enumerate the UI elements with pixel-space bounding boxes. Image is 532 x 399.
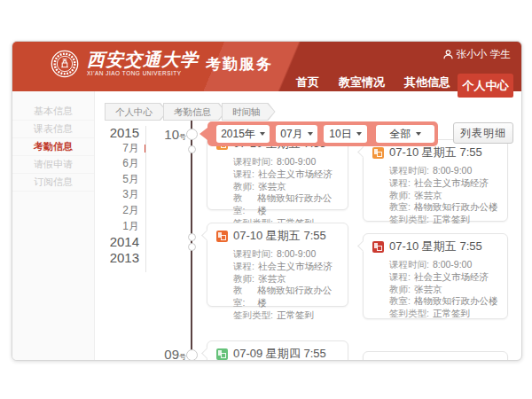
timeline-nav-item[interactable]: 5月 — [86, 172, 139, 188]
card-field: 教师: 张芸京 — [233, 273, 339, 286]
card-field: 签到类型: 正常签到 — [389, 308, 498, 320]
page: 西安交通大学 XI'AN JIAO TONG UNIVERSITY 考勤服务 张… — [0, 0, 532, 399]
card-field: 课程: 社会主义市场经济 — [233, 261, 339, 273]
list-detail-button[interactable]: 列表明细 — [453, 122, 513, 144]
timeline-nav-item[interactable]: 2013 — [86, 250, 139, 266]
card-header: 07-10 星期五 7:55 — [372, 239, 498, 254]
filter-dropdown[interactable]: 全部 — [376, 125, 434, 143]
filter-dropdown[interactable]: 2015年 — [216, 125, 270, 143]
signin-status-icon — [216, 348, 228, 360]
university-emblem-icon — [51, 50, 79, 78]
field-label: 教室: — [389, 201, 411, 214]
chevron-down-icon — [308, 132, 313, 136]
field-value: 张芸京 — [258, 181, 286, 193]
field-value: 社会主义市场经济 — [258, 261, 332, 273]
timeline-node — [188, 233, 196, 241]
field-label: 签到类型: — [233, 309, 273, 322]
sidebar-item[interactable]: 请假申请 — [12, 156, 94, 174]
card-field: 课程: 社会主义市场经济 — [233, 168, 339, 181]
brand: 西安交通大学 XI'AN JIAO TONG UNIVERSITY 考勤服务 — [51, 50, 273, 78]
nav-tab-personal-center[interactable]: 个人中心 — [458, 74, 513, 98]
chevron-down-icon — [416, 132, 421, 136]
card-fields: 课程时间: 8:00-9:00 课程: 社会主义市场经济 教师: 张 — [372, 259, 498, 320]
sidebar-item[interactable]: 基本信息 — [12, 103, 94, 121]
dropdown-value: 2015年 — [221, 127, 255, 142]
breadcrumb-chip: 个人中心 — [105, 103, 168, 121]
field-label: 课程时间: — [389, 259, 429, 271]
breadcrumb-label[interactable]: 考勤信息 — [164, 104, 225, 120]
field-value: 正常签到 — [433, 308, 470, 320]
card-field: 课程时间: 8:00-9:00 — [233, 156, 339, 168]
sidebar-item[interactable]: 考勤信息 — [12, 138, 94, 156]
signin-status-icon — [372, 241, 384, 253]
breadcrumb-label[interactable]: 个人中心 — [106, 104, 167, 120]
university-name-cn: 西安交通大学 — [87, 51, 199, 68]
chevron-down-icon — [260, 132, 265, 136]
card-field: 教室: 格物致知行政办公楼 — [233, 285, 339, 309]
app-window: 西安交通大学 XI'AN JIAO TONG UNIVERSITY 考勤服务 张… — [12, 41, 522, 361]
user-info[interactable]: 张小小 学生 — [443, 48, 512, 61]
field-value: 张芸京 — [258, 273, 286, 286]
card-pointer — [201, 230, 213, 241]
card-fields: 课程时间: 8:00-9:00 课程: 社会主义市场经济 教师: 张 — [216, 248, 339, 322]
card-field: 课程: 社会主义市场经济 — [389, 177, 498, 190]
card-pointer — [201, 348, 213, 359]
field-label: 教室: — [233, 192, 254, 217]
sidebar-item[interactable]: 课表信息 — [12, 121, 94, 138]
timeline-nav-item[interactable]: 3月 — [86, 187, 139, 203]
university-name-en: XI'AN JIAO TONG UNIVERSITY — [87, 71, 199, 76]
field-value: 8:00-9:00 — [277, 248, 316, 261]
card-field: 教室: 格物致知行政办公楼 — [389, 201, 498, 214]
card-pointer — [357, 146, 369, 158]
main-nav: 首页 教室情况 其他信息 — [296, 74, 450, 91]
card-fields: 课程时间: 8:00-9:00 课程: 社会主义市场经济 教师: 张 — [372, 165, 498, 226]
timeline-nav-item[interactable]: 6月 — [86, 156, 139, 172]
field-label: 教师: — [389, 190, 411, 202]
field-value: 8:00-9:00 — [433, 259, 472, 271]
field-label: 教室: — [233, 285, 254, 309]
filter-dropdowns: 2015年 07月 10日 全部 — [210, 125, 434, 143]
card-pointer — [357, 240, 369, 252]
timeline-node — [188, 145, 196, 153]
breadcrumb: 个人中心 考勤信息 时间轴 — [105, 103, 271, 121]
field-label: 课程时间: — [233, 248, 273, 261]
field-value: 张芸京 — [414, 284, 442, 296]
sidebar: 基本信息 课表信息 考勤信息 请假申请 订阅信息 — [12, 91, 95, 360]
nav-link[interactable]: 其他信息 — [404, 74, 450, 91]
sidebar-item[interactable]: 订阅信息 — [12, 174, 94, 192]
timeline-nav-item[interactable]: 2014 — [86, 234, 139, 250]
field-label: 签到类型: — [389, 214, 429, 226]
card-field: 签到类型: 正常签到 — [233, 309, 339, 322]
breadcrumb-chip: 时间轴 — [222, 103, 276, 121]
timeline-spine — [191, 105, 192, 360]
filter-dropdown[interactable]: 07月 — [276, 125, 317, 143]
card-field: 教师: 张芸京 — [389, 190, 498, 202]
timeline-year-month-nav: 2015 7月 6月 5月 3月 2月 1月 2014 2013 — [86, 125, 139, 265]
nav-link[interactable]: 首页 — [296, 74, 319, 91]
card-header: 07-10 星期五 7:55 — [372, 145, 498, 160]
card-field: 教师: 张芸京 — [233, 181, 339, 193]
timeline-nav-item[interactable]: 2015 — [86, 125, 139, 141]
field-value: 8:00-9:00 — [277, 156, 316, 168]
breadcrumb-label[interactable]: 时间轴 — [223, 104, 275, 120]
field-value: 社会主义市场经济 — [258, 168, 332, 181]
timeline-nav-item[interactable]: 7月 — [86, 141, 139, 157]
nav-link[interactable]: 教室情况 — [339, 74, 385, 91]
field-value: 格物致知行政办公楼 — [257, 285, 339, 309]
card-date: 07-10 星期五 7:55 — [233, 228, 326, 244]
field-label: 签到类型: — [389, 308, 429, 320]
timeline-nav-item[interactable]: 2月 — [86, 203, 139, 219]
timeline-node — [186, 129, 198, 140]
filter-bar: 2015年 07月 10日 全部 — [207, 121, 438, 146]
field-value: 格物致知行政办公楼 — [414, 201, 498, 214]
signin-status-icon — [372, 147, 384, 159]
user-role: 学生 — [490, 48, 511, 61]
card-header: 07-10 星期五 7:55 — [216, 229, 339, 243]
field-label: 课程时间: — [389, 165, 429, 177]
filter-dropdown[interactable]: 10日 — [324, 125, 367, 143]
card-header: 07-09 星期四 7:55 — [216, 347, 339, 361]
field-value: 格物致知行政办公楼 — [257, 192, 339, 217]
timeline-nav-item[interactable]: 1月 — [86, 219, 139, 235]
field-label: 教师: — [233, 273, 254, 286]
field-value: 社会主义市场经济 — [414, 177, 489, 190]
